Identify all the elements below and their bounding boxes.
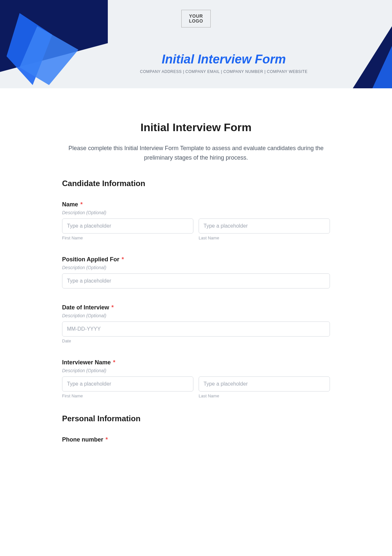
- last-name-input[interactable]: [199, 218, 330, 234]
- required-mark: *: [113, 359, 115, 366]
- desc-date: Description (Optional): [62, 313, 330, 318]
- label-text: Name: [62, 201, 78, 208]
- label-position: Position Applied For *: [62, 256, 330, 263]
- field-position: Position Applied For * Description (Opti…: [62, 256, 330, 288]
- section-personal-info: Personal Information: [62, 414, 330, 423]
- label-phone: Phone number *: [62, 436, 330, 443]
- field-date: Date of Interview * Description (Optiona…: [62, 304, 330, 343]
- sublabel-interviewer-last: Last Name: [199, 393, 330, 398]
- desc-position: Description (Optional): [62, 265, 330, 270]
- sublabel-date: Date: [62, 339, 330, 343]
- date-input[interactable]: [62, 321, 330, 337]
- sublabel-last-name: Last Name: [199, 235, 330, 240]
- interviewer-last-input[interactable]: [199, 376, 330, 391]
- first-name-input[interactable]: [62, 218, 193, 234]
- label-interviewer: Interviewer Name *: [62, 359, 330, 366]
- label-date: Date of Interview *: [62, 304, 330, 311]
- decor-right: [340, 0, 392, 88]
- position-input[interactable]: [62, 273, 330, 288]
- form-area: Initial Interview Form Please complete t…: [42, 88, 350, 443]
- banner-title: Initial Interview Form: [0, 52, 392, 66]
- decor-left: [0, 0, 111, 88]
- field-interviewer: Interviewer Name * Description (Optional…: [62, 359, 330, 398]
- interviewer-first-input[interactable]: [62, 376, 193, 391]
- field-name: Name * Description (Optional) First Name…: [62, 201, 330, 240]
- label-text: Position Applied For: [62, 256, 119, 263]
- sublabel-interviewer-first: First Name: [62, 393, 193, 398]
- required-mark: *: [111, 304, 114, 311]
- label-name: Name *: [62, 201, 330, 208]
- desc-name: Description (Optional): [62, 210, 330, 215]
- header-banner: YOUR LOGO Initial Interview Form COMPANY…: [0, 0, 392, 88]
- sublabel-first-name: First Name: [62, 235, 193, 240]
- section-candidate-info: Candidate Information: [62, 179, 330, 188]
- label-text: Interviewer Name: [62, 359, 111, 366]
- field-phone: Phone number *: [62, 436, 330, 443]
- logo-placeholder: YOUR LOGO: [181, 10, 211, 27]
- banner-meta: COMPANY ADDRESS | COMPANY EMAIL | COMPAN…: [0, 69, 392, 74]
- required-mark: *: [106, 436, 108, 443]
- label-text: Phone number: [62, 436, 103, 443]
- required-mark: *: [80, 201, 83, 208]
- label-text: Date of Interview: [62, 304, 109, 311]
- required-mark: *: [122, 256, 124, 263]
- desc-interviewer: Description (Optional): [62, 368, 330, 373]
- form-description: Please complete this Initial Interview F…: [62, 144, 330, 163]
- form-title: Initial Interview Form: [62, 121, 330, 134]
